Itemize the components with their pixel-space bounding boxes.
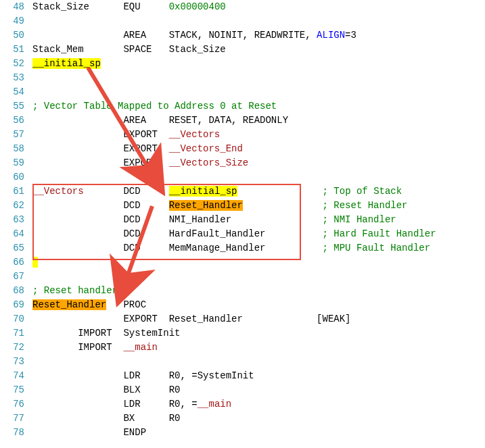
code-line: 54: [0, 85, 485, 99]
code-line: 52__initial_sp: [0, 57, 485, 71]
code-line: 70 EXPORT Reset_Handler [WEAK]: [0, 312, 485, 326]
code-line: 50 AREA STACK, NOINIT, READWRITE, ALIGN=…: [0, 28, 485, 43]
code-line: 72 IMPORT __main: [0, 341, 485, 355]
token-comment: ; MPU Fault Handler: [323, 243, 431, 253]
code-line: 67: [0, 270, 485, 284]
token-args: R0: [169, 384, 181, 395]
line-number: 65: [0, 241, 32, 255]
token-comment: ; NMI Handler: [323, 214, 396, 225]
code-line: 78 ENDP: [0, 426, 485, 440]
highlight-initial-sp: __initial_sp: [32, 58, 101, 69]
line-number: 57: [0, 128, 32, 142]
code-line: 77 BX R0: [0, 412, 485, 426]
highlight-reset-handler: Reset_Handler: [32, 299, 106, 310]
token-mnemonic: LDR: [123, 399, 140, 409]
token-args: Reset_Handler: [169, 314, 243, 324]
line-number: 75: [0, 383, 32, 397]
line-number: 52: [0, 57, 32, 71]
token-keyword: ALIGN: [317, 30, 345, 41]
line-number: 50: [0, 28, 32, 43]
token-args: MemManage_Handler: [169, 243, 266, 253]
line-number: 68: [0, 284, 32, 298]
token-args: R0, =: [169, 399, 198, 409]
code-line: 48Stack_Size EQU 0x00000400: [0, 0, 485, 14]
token-mnemonic: AREA: [123, 30, 146, 41]
code-line: 58 EXPORT __Vectors_End: [0, 142, 485, 156]
line-number: 69: [0, 298, 32, 312]
code-line: 71 IMPORT SystemInit: [0, 326, 485, 341]
token-symbol-ref: __Vectors_End: [169, 143, 243, 154]
token-mnemonic: DCD: [123, 200, 140, 211]
token-mnemonic: IMPORT: [78, 342, 112, 353]
token-mnemonic: AREA: [123, 115, 146, 126]
token-args: STACK, NOINIT, READWRITE,: [169, 30, 317, 41]
code-line: 73: [0, 355, 485, 369]
token-mnemonic: BLX: [123, 384, 140, 395]
line-number: 76: [0, 397, 32, 412]
token-comment: ; Vector Table Mapped to Address 0 at Re…: [32, 101, 277, 111]
line-number: 49: [0, 14, 32, 28]
code-line: 68; Reset handler: [0, 284, 485, 298]
code-line: 75 BLX R0: [0, 383, 485, 397]
token-mnemonic: ENDP: [123, 427, 146, 438]
highlight-marker: [32, 257, 38, 268]
line-number: 51: [0, 43, 32, 57]
token-args: R0, =SystemInit: [169, 370, 254, 381]
line-number: 59: [0, 156, 32, 170]
code-line: 76 LDR R0, =__main: [0, 397, 485, 412]
line-number: 55: [0, 99, 32, 114]
highlight-reset-handler: Reset_Handler: [169, 200, 243, 211]
highlight-initial-sp: __initial_sp: [169, 186, 237, 197]
code-editor: 48Stack_Size EQU 0x00000400 49 50 AREA S…: [0, 0, 485, 440]
line-number: 77: [0, 412, 32, 426]
token-attr: [WEAK]: [317, 314, 350, 324]
code-line: 66: [0, 255, 485, 270]
token-mnemonic: BX: [123, 413, 135, 424]
line-number: 61: [0, 184, 32, 199]
token-symbol: Stack_Size: [32, 1, 89, 12]
line-number: 63: [0, 213, 32, 227]
line-number: 72: [0, 341, 32, 355]
token-symbol-ref: __main: [123, 342, 157, 353]
token-symbol-ref: __Vectors_Size: [169, 157, 249, 168]
token-symbol-ref: __main: [198, 399, 231, 409]
token-mnemonic: DCD: [123, 243, 140, 253]
token-mnemonic: LDR: [123, 370, 140, 381]
token-symbol-ref: __Vectors: [169, 129, 221, 140]
line-number: 60: [0, 170, 32, 184]
line-number: 71: [0, 326, 32, 341]
token-comment: ; Reset Handler: [323, 200, 408, 211]
token-comment: ; Reset handler: [32, 285, 118, 296]
line-number: 53: [0, 71, 32, 85]
line-number: 58: [0, 142, 32, 156]
line-number: 64: [0, 227, 32, 241]
token-args: Stack_Size: [169, 44, 226, 55]
code-line: 53: [0, 71, 485, 85]
line-number: 56: [0, 114, 32, 128]
line-number: 73: [0, 355, 32, 369]
token-args: SystemInit: [123, 328, 180, 339]
token-mnemonic: EXPORT: [123, 143, 157, 154]
line-number: 48: [0, 0, 32, 14]
code-line: 49: [0, 14, 485, 28]
token-number: 0x00000400: [169, 1, 226, 12]
code-line: 56 AREA RESET, DATA, READONLY: [0, 114, 485, 128]
line-number: 70: [0, 312, 32, 326]
code-line: 63 DCD NMI_Handler ; NMI Handler: [0, 213, 485, 227]
token-comment: ; Hard Fault Handler: [323, 228, 436, 239]
code-line: 74 LDR R0, =SystemInit: [0, 369, 485, 383]
code-line: 69Reset_Handler PROC: [0, 298, 485, 312]
token-mnemonic: EQU: [123, 1, 140, 12]
token-args: RESET, DATA, READONLY: [169, 115, 288, 126]
token-mnemonic: IMPORT: [78, 328, 112, 339]
code-line: 64 DCD HardFault_Handler ; Hard Fault Ha…: [0, 227, 485, 241]
token-args: R0: [169, 413, 181, 424]
token-mnemonic: DCD: [123, 228, 140, 239]
token-symbol: Stack_Mem: [32, 44, 84, 55]
token-args: NMI_Handler: [169, 214, 231, 225]
token-mnemonic: EXPORT: [123, 157, 157, 168]
code-line: 55; Vector Table Mapped to Address 0 at …: [0, 99, 485, 114]
code-line: 51Stack_Mem SPACE Stack_Size: [0, 43, 485, 57]
token-symbol-def: __Vectors: [32, 186, 84, 197]
token-mnemonic: EXPORT: [123, 314, 157, 324]
